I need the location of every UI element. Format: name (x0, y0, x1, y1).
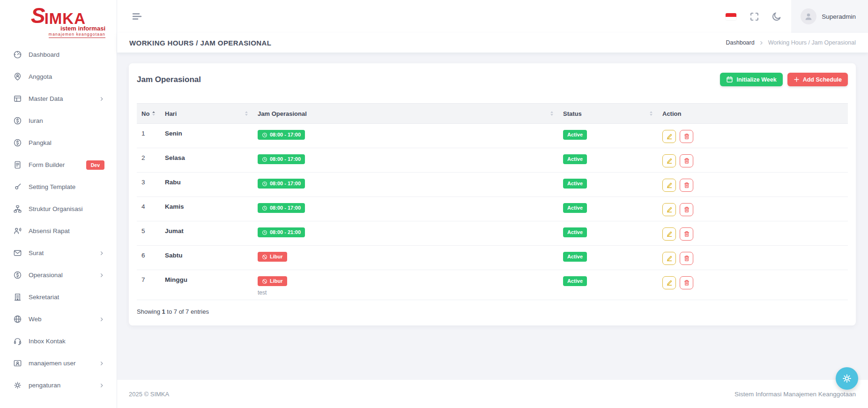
main-area: Superadmin WORKING HOURS / JAM OPERASION… (117, 0, 868, 408)
sidebar-item-web[interactable]: Web (0, 308, 117, 330)
table-row: 7MingguLiburtestActive (137, 270, 848, 300)
action-cell (658, 221, 848, 246)
delete-button[interactable] (680, 252, 693, 265)
add-schedule-button[interactable]: Add Schedule (787, 73, 848, 86)
clock-icon (262, 132, 267, 138)
sidebar-item-pengaturan[interactable]: pengaturan (0, 374, 117, 396)
theme-settings-fab[interactable] (836, 367, 858, 390)
delete-button[interactable] (680, 130, 693, 143)
delete-button[interactable] (680, 179, 693, 192)
plus-icon (794, 76, 800, 83)
sidebar-item-inbox-kontak[interactable]: Inbox Kontak (0, 330, 117, 352)
hours-cell: 08:00 - 17:00 (253, 173, 558, 197)
sidebar-item-pangkal[interactable]: Pangkal (0, 132, 117, 154)
header-no[interactable]: No (137, 104, 160, 124)
chevron-right-icon (99, 250, 104, 256)
chevron-right-icon (99, 96, 104, 102)
initialize-week-button[interactable]: Initialize Week (720, 73, 782, 86)
sidebar-item-setting-template[interactable]: Setting Template (0, 176, 117, 198)
edit-button[interactable] (662, 179, 676, 192)
header-status[interactable]: Status (558, 104, 658, 124)
day-cell: Selasa (160, 148, 253, 173)
sidebar-item-master-data[interactable]: Master Data (0, 88, 117, 110)
user-menu[interactable]: Superadmin (791, 0, 868, 33)
hours-cell: Liburtest (253, 270, 558, 300)
sidebar-item-iuran[interactable]: Iuran (0, 110, 117, 132)
app-window: SIMKA istem informasi manajemen keanggot… (0, 0, 868, 408)
clock-icon (262, 181, 267, 187)
table-row: 6SabtuLiburActive (137, 246, 848, 270)
sort-icon (649, 111, 653, 116)
card-header: Jam Operasional Initialize Week Add Sche… (137, 73, 848, 86)
header-hari[interactable]: Hari (160, 104, 253, 124)
table-row: 5Jumat08:00 - 21:00Active (137, 221, 848, 246)
trash-icon (683, 255, 690, 262)
sidebar-item-sekretariat[interactable]: Sekretariat (0, 286, 117, 308)
edit-button[interactable] (662, 276, 676, 289)
sidebar-item-struktur-organisasi[interactable]: Struktur Organisasi (0, 198, 117, 220)
breadcrumb-dashboard-link[interactable]: Dashboard (726, 39, 755, 46)
day-cell: Senin (160, 124, 253, 148)
sidebar-item-form-builder[interactable]: Form Builder Dev (0, 154, 117, 176)
trash-icon (683, 158, 690, 164)
off-badge: Libur (258, 252, 287, 262)
edit-button[interactable] (662, 252, 676, 265)
status-cell: Active (558, 173, 658, 197)
sidebar-item-manajemen-user[interactable]: manajemen user (0, 352, 117, 374)
language-flag-indonesia[interactable] (726, 13, 736, 20)
day-cell: Kamis (160, 197, 253, 221)
action-cell (658, 270, 848, 300)
headset-icon (13, 337, 22, 346)
delete-button[interactable] (680, 154, 693, 167)
card-actions: Initialize Week Add Schedule (720, 73, 848, 86)
sidebar-item-anggota[interactable]: Anggota (0, 66, 117, 88)
sidebar-item-surat[interactable]: Surat (0, 242, 117, 264)
header-action: Action (658, 104, 848, 124)
dev-badge: Dev (86, 160, 104, 170)
action-cell (658, 197, 848, 221)
brush-icon (13, 182, 22, 191)
trash-icon (683, 231, 690, 237)
header-jam-operasional[interactable]: Jam Operasional (253, 104, 558, 124)
hours-cell: Libur (253, 246, 558, 270)
fullscreen-button[interactable] (747, 9, 762, 24)
trash-icon (683, 206, 690, 213)
delete-button[interactable] (680, 276, 693, 289)
edit-button[interactable] (662, 227, 676, 241)
sort-icon (245, 111, 248, 116)
person-pin-icon (13, 72, 22, 81)
edit-button[interactable] (662, 154, 676, 167)
breadcrumb-current: Working Hours / Jam Operasional (768, 39, 856, 46)
dark-mode-toggle[interactable] (769, 8, 785, 24)
status-badge: Active (563, 179, 587, 189)
jam-operasional-card: Jam Operasional Initialize Week Add Sche… (129, 63, 856, 325)
brand-name: SIMKA (31, 5, 86, 26)
table-row: 1Senin08:00 - 17:00Active (137, 124, 848, 148)
brand-tagline-1: istem informasi (60, 25, 105, 32)
day-cell: Jumat (160, 221, 253, 246)
topbar: Superadmin (117, 0, 868, 33)
card-title: Jam Operasional (137, 75, 201, 84)
footer: 2025 © SIMKA Sistem Informasi Manajemen … (117, 380, 868, 408)
status-badge: Active (563, 227, 587, 237)
delete-button[interactable] (680, 203, 693, 216)
action-cell (658, 124, 848, 148)
status-cell: Active (558, 246, 658, 270)
hours-cell: 08:00 - 17:00 (253, 197, 558, 221)
sidebar-item-dashboard[interactable]: Dashboard (0, 44, 117, 66)
sidebar: SIMKA istem informasi manajemen keanggot… (0, 0, 117, 408)
sitemap-icon (13, 204, 22, 213)
breadcrumb-chevron-icon (759, 40, 764, 45)
clock-icon (262, 205, 267, 211)
pencil-icon (666, 182, 673, 189)
sidebar-toggle-button[interactable] (129, 9, 145, 23)
hours-cell: 08:00 - 21:00 (253, 221, 558, 246)
sidebar-item-absensi-rapat[interactable]: Absensi Rapat (0, 220, 117, 242)
globe-icon (13, 315, 22, 324)
edit-button[interactable] (662, 130, 676, 143)
clock-icon (262, 157, 267, 162)
delete-button[interactable] (680, 227, 693, 241)
edit-button[interactable] (662, 203, 676, 216)
topbar-right: Superadmin (726, 0, 868, 33)
sidebar-item-operasional[interactable]: Operasional (0, 264, 117, 286)
